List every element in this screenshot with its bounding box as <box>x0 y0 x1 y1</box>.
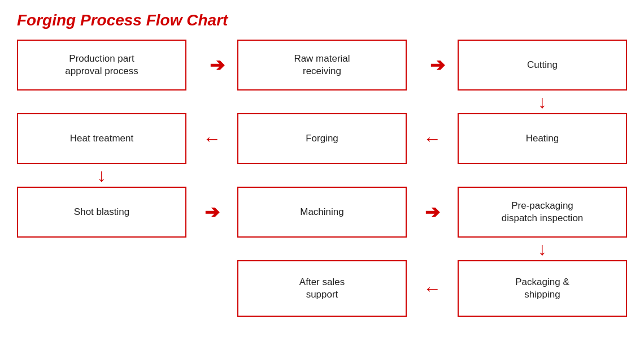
box-machining: Machining <box>237 187 407 238</box>
box-production-part-text: Production part approval process <box>17 40 186 90</box>
box-cutting: Cutting <box>458 40 627 90</box>
arrow-left-heating: ← <box>407 113 458 164</box>
box-packaging: Packaging & shipping <box>458 260 627 317</box>
box-production-part: Production part approval process <box>17 40 186 90</box>
arrow-left-forging: ← <box>186 113 237 164</box>
page-title: Forging Process Flow Chart <box>17 11 627 29</box>
page: Forging Process Flow Chart Production pa… <box>0 0 644 362</box>
arrow-right-shot-blasting: ➔ <box>186 187 237 238</box>
box-pre-packaging: Pre-packaging dispatch inspection <box>458 187 627 238</box>
arrow-left-packaging: ← <box>407 260 458 317</box>
arrow-down-pre-packaging: ↓ <box>458 238 627 260</box>
arrow-right-machining: ➔ <box>407 187 458 238</box>
box-after-sales: After sales support <box>237 260 407 317</box>
box-heating: Heating <box>458 113 627 164</box>
box-heat-treatment: Heat treatment <box>17 113 186 164</box>
box-raw-material: Raw material receiving <box>237 40 407 90</box>
box-forging: Forging <box>237 113 407 164</box>
box-shot-blasting: Shot blasting <box>17 187 186 238</box>
arrow-down-heat-treatment: ↓ <box>17 164 186 187</box>
arrow-down-cutting: ↓ <box>458 90 627 113</box>
